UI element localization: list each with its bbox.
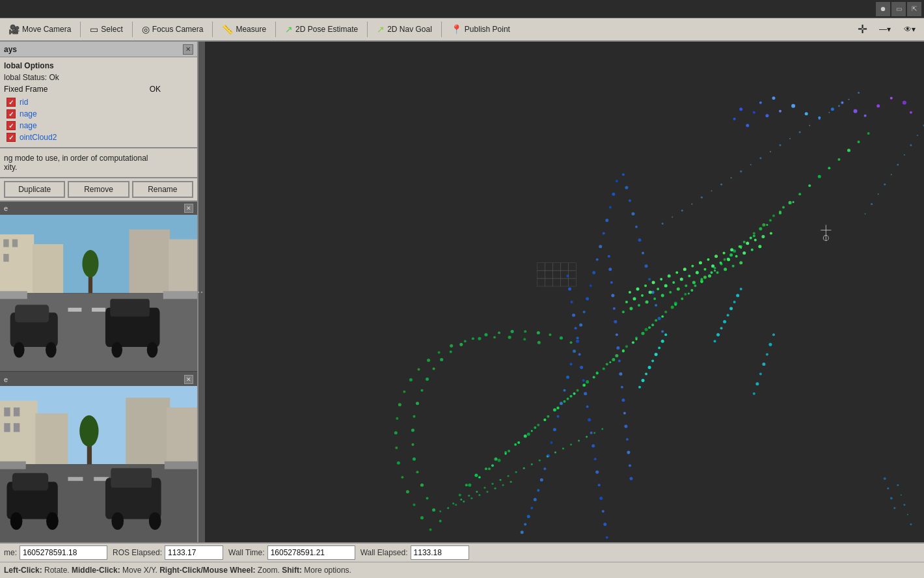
svg-point-236: [515, 471, 517, 473]
resize-handle[interactable]: ⋮: [198, 42, 205, 542]
svg-point-186: [625, 186, 628, 189]
svg-point-286: [652, 281, 655, 284]
svg-point-166: [557, 407, 559, 409]
duplicate-button[interactable]: Duplicate: [4, 181, 65, 198]
add-button[interactable]: ✛: [853, 21, 872, 37]
svg-point-427: [711, 190, 713, 191]
list-item[interactable]: rid: [4, 96, 193, 108]
svg-point-411: [409, 378, 413, 381]
svg-rect-27: [4, 407, 10, 417]
move-camera-button[interactable]: 🎥 Move Camera: [3, 21, 77, 37]
camera-panel-1-close[interactable]: ✕: [184, 204, 193, 213]
layer-checkbox-pointcloud[interactable]: [7, 133, 16, 142]
svg-point-217: [553, 428, 556, 431]
svg-point-143: [625, 345, 628, 348]
svg-point-111: [729, 253, 733, 256]
monitor-button[interactable]: ▭: [891, 2, 906, 16]
svg-point-313: [711, 264, 714, 268]
svg-point-168: [583, 384, 585, 386]
svg-rect-2: [33, 244, 63, 293]
select-button[interactable]: ▭ Select: [84, 21, 128, 37]
svg-point-151: [703, 275, 707, 279]
camera-panel-2-close[interactable]: ✕: [184, 375, 193, 384]
svg-point-207: [586, 297, 589, 301]
svg-rect-10: [92, 308, 105, 312]
remove-button[interactable]: Remove: [68, 181, 129, 198]
svg-rect-44: [111, 468, 152, 488]
svg-point-208: [583, 310, 586, 313]
measure-button[interactable]: 📏 Measure: [216, 21, 272, 37]
svg-point-385: [421, 389, 424, 392]
list-item[interactable]: ointCloud2: [4, 131, 193, 143]
layers-close-button[interactable]: ✕: [183, 44, 193, 55]
svg-point-326: [669, 291, 672, 294]
svg-point-145: [645, 328, 648, 331]
svg-point-130: [498, 459, 501, 462]
svg-point-351: [627, 451, 630, 454]
svg-point-222: [537, 489, 539, 491]
rename-button[interactable]: Rename: [132, 181, 193, 198]
minus-dropdown-button[interactable]: —▾: [873, 22, 897, 36]
resize-button[interactable]: ⇱: [907, 2, 921, 16]
svg-point-197: [661, 330, 664, 333]
svg-point-377: [426, 497, 429, 499]
layer-checkbox-image1[interactable]: [7, 109, 16, 118]
svg-point-122: [837, 158, 840, 161]
list-item[interactable]: nage: [4, 120, 193, 131]
pointcloud-visualization: [205, 42, 924, 542]
svg-point-445: [910, 144, 912, 146]
svg-point-198: [616, 180, 618, 182]
svg-point-374: [606, 536, 608, 539]
main-area: ays ✕ lobal Options lobal Status: Ok Fix…: [0, 42, 924, 542]
nav-goal-icon: ↗: [377, 24, 385, 34]
time-input[interactable]: [20, 545, 107, 560]
svg-point-91: [534, 426, 536, 429]
svg-point-371: [599, 497, 603, 500]
svg-point-463: [910, 523, 912, 525]
nav-goal-button[interactable]: ↗ 2D Nav Goal: [371, 21, 438, 37]
measure-icon: 📏: [222, 24, 233, 34]
svg-point-306: [657, 288, 659, 290]
svg-rect-32: [167, 407, 197, 464]
svg-point-269: [733, 301, 736, 303]
svg-point-229: [460, 499, 462, 501]
svg-point-284: [636, 287, 639, 290]
svg-point-230: [468, 495, 470, 497]
svg-point-410: [403, 391, 405, 393]
svg-point-155: [743, 241, 746, 243]
layer-checkbox-grid[interactable]: [7, 98, 16, 107]
svg-point-254: [486, 491, 488, 493]
svg-point-353: [629, 477, 632, 480]
svg-point-72: [831, 107, 834, 111]
svg-point-190: [638, 238, 642, 241]
statusbar-bottom: Left-Click: Rotate. Middle-Click: Move X…: [0, 562, 924, 578]
svg-point-430: [740, 171, 742, 172]
layer-checkbox-image2[interactable]: [7, 121, 16, 130]
svg-point-418: [493, 336, 496, 338]
svg-point-150: [694, 284, 696, 287]
svg-point-393: [498, 331, 500, 334]
pose-estimate-button[interactable]: ↗ 2D Pose Estimate: [279, 21, 364, 37]
svg-point-74: [854, 109, 858, 113]
ros-elapsed-input[interactable]: [165, 545, 223, 560]
svg-point-218: [550, 441, 552, 444]
svg-point-94: [563, 400, 565, 403]
3d-viewport[interactable]: [205, 42, 924, 542]
svg-point-215: [560, 402, 563, 405]
list-item[interactable]: nage: [4, 108, 193, 120]
wall-time-input[interactable]: [267, 545, 355, 560]
svg-point-281: [768, 343, 772, 346]
svg-point-354: [567, 275, 569, 277]
svg-point-76: [876, 104, 880, 107]
publish-point-button[interactable]: 📍 Publish Point: [445, 21, 516, 37]
svg-point-185: [622, 173, 625, 176]
eye-dropdown-button[interactable]: 👁▾: [898, 22, 921, 36]
svg-rect-6: [129, 230, 170, 294]
camera-image-1: [0, 215, 197, 372]
focus-camera-button[interactable]: ◎ Focus Camera: [136, 21, 210, 37]
wall-elapsed-input[interactable]: [411, 545, 469, 560]
svg-point-243: [570, 444, 572, 446]
record-button[interactable]: ⏺: [876, 2, 890, 16]
svg-point-160: [478, 476, 480, 478]
svg-point-156: [753, 232, 755, 235]
